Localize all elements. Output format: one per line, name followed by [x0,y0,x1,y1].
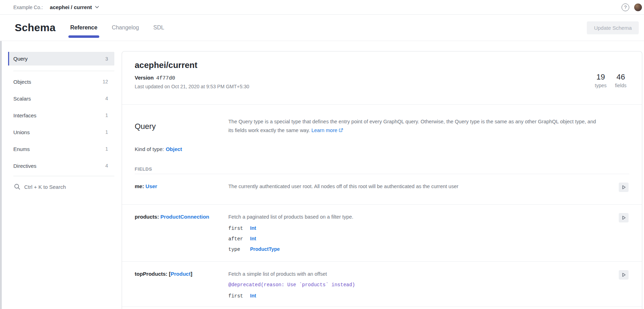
help-icon[interactable]: ? [622,4,629,11]
argument-type-link[interactable]: Int [250,236,256,241]
active-tab-underline [68,35,99,38]
argument-name: first [228,226,250,231]
collapsed-nav-rail [0,15,2,309]
kind-of-type-line: Kind of type:Object [135,146,629,152]
update-schema-button[interactable]: Update Schema [587,21,639,34]
play-icon [622,185,626,190]
sidebar-item-label: Unions [13,129,30,135]
run-in-explorer-button[interactable] [619,213,629,222]
version-value: 4f77d0 [156,75,175,81]
external-link-icon [339,128,343,133]
deprecated-directive: @deprecated(reason: Use `products` inste… [228,282,610,288]
sidebar-item-scalars[interactable]: Scalars 4 [8,90,114,107]
argument-type-link[interactable]: ProductType [250,246,280,252]
user-avatar[interactable] [634,4,642,11]
tab-reference[interactable]: Reference [70,15,97,41]
type-section-head: Query The Query type is a special type t… [135,117,629,135]
tab-changelog-label: Changelog [112,25,139,31]
sidebar-item-count: 3 [105,56,108,62]
field-arguments: first Int [228,293,610,299]
search-icon [14,184,20,190]
field-description: Fetch a simple list of products with an … [228,271,610,277]
kind-label: Kind of type: [135,146,164,152]
search-hint-label: Ctrl + K to Search [24,184,66,190]
field-name-text: products: [135,214,160,220]
sidebar-item-count: 1 [105,112,108,118]
field-type-link[interactable]: User [146,183,157,189]
run-in-explorer-button[interactable] [619,183,629,192]
sidebar-item-query[interactable]: Query 3 [8,52,114,66]
field-body: Fetch a paginated list of products based… [228,214,610,261]
sidebar-item-count: 1 [105,129,108,135]
schema-reference-page: Example Co.: acephei / current ? Schema … [0,0,644,309]
schema-tabs: Reference Changelog SDL [70,15,179,41]
field-description: Fetch a paginated list of products based… [228,214,610,220]
tab-sdl-label: SDL [153,25,164,31]
sidebar-divider [13,71,114,71]
field-name-text: me: [135,183,146,189]
top-bar-right: ? [622,4,642,11]
stat-fields-value: 46 [616,73,625,82]
version-line: Version4f77d0 [135,75,626,81]
sidebar-item-label: Enums [13,146,30,152]
stat-fields-label: fields [615,83,626,88]
stat-fields: 46 fields [615,73,626,88]
sidebar-item-label: Scalars [13,96,31,102]
play-icon [622,273,626,277]
fields-heading: FIELDS [135,166,629,172]
field-row-products: products: ProductConnection Fetch a pagi… [122,205,642,262]
org-label: Example Co.: [13,5,43,10]
field-name: me: User [135,183,228,204]
argument-type-link[interactable]: Int [250,225,256,231]
page-title: Schema [15,22,55,34]
sidebar-item-count: 4 [105,163,108,169]
field-type-link[interactable]: Product [171,271,191,277]
sidebar-item-unions[interactable]: Unions 1 [8,124,114,140]
field-name-text: topProducts: [ [135,271,171,277]
chevron-down-icon [95,6,99,8]
graph-selector-dropdown[interactable]: acephei / current [50,4,99,10]
sidebar-item-label: Directives [13,163,36,169]
schema-stats: 19 types 46 fields [595,73,626,88]
graph-selector-label: acephei / current [50,4,92,10]
argument-type-link[interactable]: Int [250,293,256,298]
sidebar-item-count: 4 [105,96,108,101]
query-type-section: Query The Query type is a special type t… [122,105,642,172]
last-updated: Last updated on Oct 21, 2020 at 9:53 PM … [135,84,626,89]
sidebar-item-directives[interactable]: Directives 4 [8,157,114,174]
tab-sdl[interactable]: SDL [153,15,164,41]
sidebar-item-interfaces[interactable]: Interfaces 1 [8,107,114,124]
argument-row: after Int [228,236,610,242]
field-row-topproducts: topProducts: [Product] Fetch a simple li… [122,262,642,307]
search-trigger[interactable]: Ctrl + K to Search [8,176,114,190]
graph-summary-header: acephei/current Version4f77d0 Last updat… [122,52,642,105]
stat-types: 19 types [595,73,606,88]
tab-changelog[interactable]: Changelog [112,15,139,41]
sidebar-item-objects[interactable]: Objects 12 [8,73,114,90]
top-bar: Example Co.: acephei / current ? [0,0,644,15]
version-label: Version [135,75,154,81]
page-header: Schema Reference Changelog SDL Update Sc… [0,15,644,41]
help-glyph: ? [624,5,626,10]
sidebar-item-count: 1 [105,146,108,152]
tab-reference-label: Reference [70,25,97,31]
field-name: topProducts: [Product] [135,271,228,307]
sidebar-item-label: Interfaces [13,112,36,118]
type-nav-sidebar: Query 3 Objects 12 Scalars 4 Interfaces … [8,52,114,190]
type-description-text: The Query type is a special type that de… [228,119,596,133]
kind-value-link[interactable]: Object [166,146,182,152]
field-type-link[interactable]: ProductConnection [160,214,209,220]
stat-types-value: 19 [596,73,605,82]
field-description: The currently authenticated user root. A… [228,183,610,190]
argument-name: type [228,247,250,252]
learn-more-link[interactable]: Learn more [311,128,337,133]
argument-row: type ProductType [228,246,610,252]
sidebar-item-enums[interactable]: Enums 1 [8,140,114,157]
field-body: Fetch a simple list of products with an … [228,271,610,307]
graph-title: acephei/current [135,60,626,70]
run-in-explorer-button[interactable] [619,270,629,280]
field-arguments: first Int after Int type ProductType [228,225,610,252]
argument-name: first [228,293,250,299]
sidebar-item-label: Objects [13,79,31,85]
type-name-heading: Query [135,117,228,135]
